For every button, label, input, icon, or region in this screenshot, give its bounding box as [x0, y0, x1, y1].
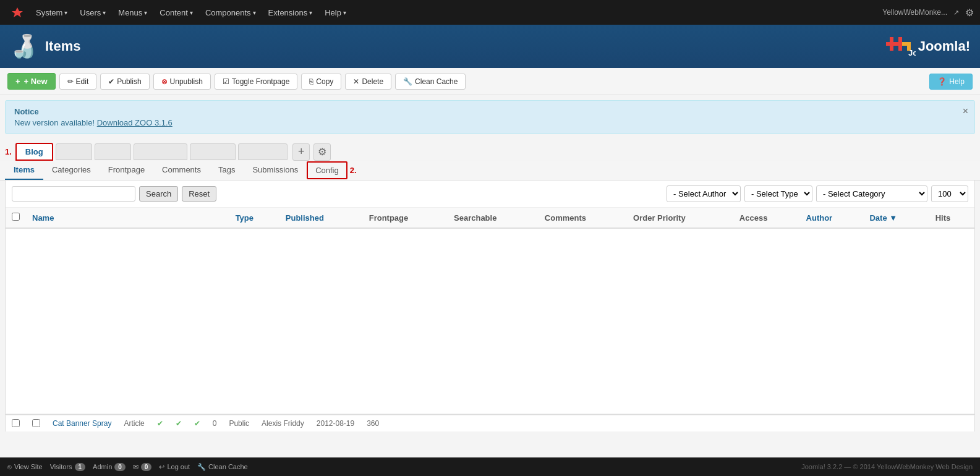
chevron-down-icon: ▾ [253, 9, 256, 16]
date-value: 2012-08-19 [317, 419, 354, 428]
col-header-access: Access [733, 208, 800, 228]
notice-link[interactable]: Download ZOO 3.1.6 [97, 118, 173, 127]
nav-components[interactable]: Components ▾ [200, 6, 261, 20]
top-navigation: System ▾ Users ▾ Menus ▾ Content ▾ Compo… [0, 0, 980, 25]
author-name: Alexis Friddy [262, 419, 304, 428]
nav-content[interactable]: Content ▾ [155, 6, 198, 20]
page-title: Items [45, 38, 80, 54]
app-tab-5[interactable] [190, 143, 235, 160]
nav-users[interactable]: Users ▾ [75, 6, 111, 20]
chevron-down-icon: ▾ [190, 9, 193, 16]
search-input[interactable] [12, 186, 135, 202]
tab-tags[interactable]: Tags [210, 161, 244, 180]
hits-value: 360 [367, 419, 379, 428]
published-icon: ✔ [157, 419, 163, 428]
per-page-select[interactable]: 100 [931, 185, 968, 202]
step1-wrapper: 1. [5, 147, 13, 156]
col-header-published[interactable]: Published [279, 208, 363, 228]
chevron-down-icon: ▾ [64, 9, 67, 16]
add-app-tab-button[interactable]: + [292, 143, 310, 161]
broom-icon: 🔧 [403, 77, 412, 86]
edit-button[interactable]: ✏ Edit [59, 74, 97, 90]
tab-items[interactable]: Items [5, 161, 43, 180]
current-user-label[interactable]: YellowWebMonke... [882, 8, 947, 17]
row-checkbox[interactable] [12, 419, 20, 427]
clean-cache-button[interactable]: 🔧 Clean Cache [395, 74, 466, 90]
col-header-checkbox [6, 208, 26, 228]
chevron-down-icon: ▾ [144, 9, 147, 16]
chevron-down-icon: ▾ [103, 9, 106, 16]
items-table: Name Type Published Frontpage Searchable… [6, 208, 974, 414]
step2-label: 2. [350, 166, 357, 175]
help-icon: ❓ [937, 77, 947, 86]
app-tab-3[interactable] [95, 143, 131, 160]
tab-categories[interactable]: Categories [43, 161, 100, 180]
bottom-partial-row: Cat Banner Spray Article ✔ ✔ ✔ 0 Public … [5, 415, 975, 431]
frontpage-icon: ✔ [176, 419, 182, 428]
step1-label: 1. [5, 147, 12, 156]
app-tab-2[interactable] [56, 143, 92, 160]
filter-right: - Select Author - Select Type - Select C… [667, 185, 968, 202]
col-header-name[interactable]: Name [26, 208, 229, 228]
notice-title: Notice [14, 107, 966, 116]
delete-button[interactable]: ✕ Delete [345, 74, 391, 90]
copy-button[interactable]: ⎘ Copy [301, 74, 341, 90]
reset-button[interactable]: Reset [182, 186, 216, 202]
top-nav-right: YellowWebMonke... ↗ ⚙ [882, 7, 974, 19]
author-select[interactable]: - Select Author [667, 185, 741, 202]
col-header-date[interactable]: Date ▼ [863, 208, 929, 228]
x-circle-icon: ⊗ [161, 77, 168, 86]
external-link-icon: ↗ [953, 9, 959, 17]
nav-system[interactable]: System ▾ [31, 6, 72, 20]
plus-icon: + [15, 77, 20, 86]
app-tab-settings-button[interactable]: ⚙ [313, 143, 331, 161]
chevron-down-icon: ▾ [309, 9, 312, 16]
filter-bar: Search Reset - Select Author - Select Ty… [6, 181, 974, 208]
item-name-link[interactable]: Cat Banner Spray [53, 419, 111, 428]
app-tab-6[interactable] [238, 143, 288, 160]
row-checkbox-2[interactable] [32, 419, 40, 427]
joomla-logo: Joomla! Joomla! [885, 36, 970, 57]
category-select[interactable]: - Select Category [816, 185, 927, 202]
col-header-order-priority: Order Priority [627, 208, 733, 228]
tab-frontpage[interactable]: Frontpage [100, 161, 153, 180]
unpublish-button[interactable]: ⊗ Unpublish [153, 74, 211, 90]
notice-bar: Notice New version available! Download Z… [5, 100, 975, 134]
settings-icon[interactable]: ⚙ [965, 7, 974, 19]
access-label: Public [229, 419, 249, 428]
svg-text:Joomla!: Joomla! [908, 48, 916, 57]
header-left: 🍶 Items [10, 33, 80, 59]
type-select[interactable]: - Select Type [744, 185, 812, 202]
app-tab-4[interactable] [134, 143, 188, 160]
tab-submissions[interactable]: Submissions [244, 161, 307, 180]
tab-comments[interactable]: Comments [153, 161, 210, 180]
edit-icon: ✏ [67, 77, 74, 86]
chevron-down-icon: ▾ [343, 9, 346, 16]
new-button[interactable]: + + New [7, 73, 56, 90]
search-button[interactable]: Search [139, 186, 178, 202]
col-header-author[interactable]: Author [800, 208, 864, 228]
joomla-logo-nav[interactable] [6, 4, 28, 21]
close-icon[interactable]: × [963, 106, 968, 117]
help-button[interactable]: ❓ Help [929, 74, 973, 90]
table-empty-row [6, 228, 974, 414]
col-header-frontpage: Frontpage [363, 208, 448, 228]
col-header-comments: Comments [539, 208, 627, 228]
svg-marker-0 [12, 7, 23, 17]
nav-extensions[interactable]: Extensions ▾ [263, 6, 318, 20]
comments-count: 0 [213, 419, 217, 428]
app-tab-blog[interactable]: Blog [15, 143, 53, 161]
publish-button[interactable]: ✔ Publish [100, 74, 149, 90]
col-header-type[interactable]: Type [229, 208, 279, 228]
select-all-checkbox[interactable] [12, 213, 20, 221]
col-header-searchable: Searchable [448, 208, 539, 228]
toggle-icon: ☑ [223, 77, 229, 86]
toggle-frontpage-button[interactable]: ☑ Toggle Frontpage [215, 74, 297, 90]
nav-help[interactable]: Help ▾ [320, 6, 351, 20]
notice-message: New version available! Download ZOO 3.1.… [14, 118, 966, 127]
nav-menus[interactable]: Menus ▾ [113, 6, 152, 20]
delete-icon: ✕ [353, 77, 359, 86]
col-header-hits: Hits [929, 208, 974, 228]
copy-icon: ⎘ [309, 77, 313, 86]
tab-config[interactable]: Config [307, 161, 347, 179]
